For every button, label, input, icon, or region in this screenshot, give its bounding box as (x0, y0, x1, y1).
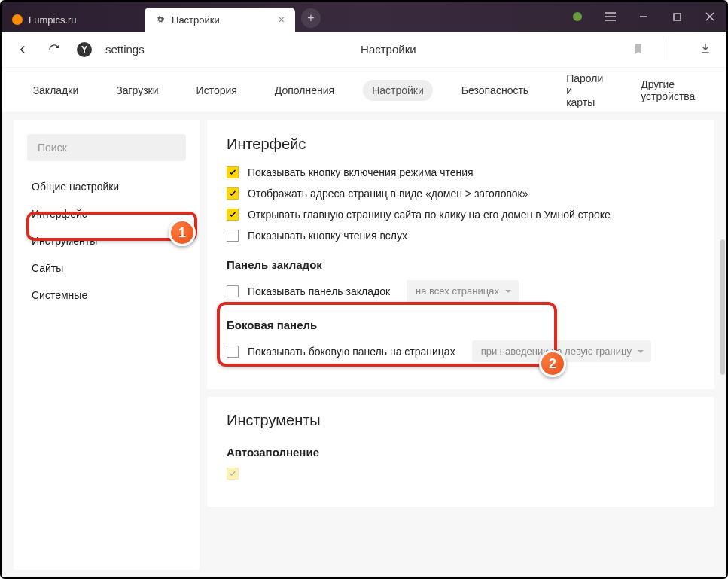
checkbox-icon[interactable] (227, 209, 239, 221)
check-label: Открывать главную страницу сайта по клик… (248, 209, 611, 221)
page-title: Настройки (158, 43, 619, 56)
topnav-security[interactable]: Безопасность (452, 80, 538, 101)
check-label: Отображать адреса страниц в виде «домен … (248, 187, 528, 200)
topnav-devices[interactable]: Другие устройства (632, 74, 704, 107)
titlebar: Lumpics.ru Настройки × + (2, 2, 726, 32)
bookmark-icon[interactable] (632, 42, 647, 57)
new-tab-button[interactable]: + (301, 8, 321, 28)
topnav-settings[interactable]: Настройки (363, 80, 433, 101)
download-icon[interactable] (699, 42, 714, 57)
section-interface: Интерфейс Показывать кнопку включения ре… (207, 120, 714, 389)
divider (666, 39, 666, 60)
topnav-passwords[interactable]: Пароли и карты (557, 68, 612, 113)
settings-panel: Интерфейс Показывать кнопку включения ре… (200, 113, 726, 577)
gear-icon (155, 14, 166, 25)
checkbox-icon[interactable] (227, 346, 239, 358)
bookmarks-dropdown[interactable]: на всех страницах (407, 280, 519, 302)
url-text[interactable]: settings (105, 43, 145, 56)
checkbox-icon[interactable] (227, 468, 239, 480)
sub-bookmarks-panel: Панель закладок (227, 258, 695, 271)
content: Поиск Общие настройки Интерфейс Инструме… (2, 113, 726, 577)
top-nav: Закладки Загрузки История Дополнения Нас… (2, 68, 726, 113)
tab-title: Lumpics.ru (29, 14, 77, 26)
topnav-history[interactable]: История (187, 80, 246, 101)
svg-rect-4 (674, 14, 681, 20)
close-button[interactable] (693, 2, 726, 32)
extension-icon[interactable] (561, 2, 594, 32)
annotation-badge-2: 2 (539, 350, 566, 377)
lumpics-favicon (12, 14, 23, 25)
check-show-sidepanel[interactable]: Показывать боковую панель на страницах п… (227, 340, 695, 362)
yandex-logo-icon[interactable]: Y (77, 42, 92, 57)
check-label: Показывать боковую панель на страницах (248, 346, 455, 358)
check-label: Показывать кнопку включения режима чтени… (248, 166, 474, 178)
maximize-button[interactable] (660, 2, 693, 32)
topnav-addons[interactable]: Дополнения (266, 80, 343, 101)
section-title: Инструменты (227, 412, 695, 429)
check-label: Показывать панель закладок (248, 285, 390, 297)
check-label (248, 468, 251, 480)
sidebar: Поиск Общие настройки Интерфейс Инструме… (14, 120, 200, 570)
addressbar: Y settings Настройки (2, 32, 726, 68)
search-input[interactable]: Поиск (27, 134, 186, 161)
back-button[interactable] (14, 41, 32, 59)
sidebar-item-general[interactable]: Общие настройки (14, 173, 200, 200)
annotation-badge-1: 1 (169, 219, 196, 246)
checkbox-icon[interactable] (227, 230, 239, 242)
check-domain-title[interactable]: Отображать адреса страниц в виде «домен … (227, 187, 695, 200)
check-open-home[interactable]: Открывать главную страницу сайта по клик… (227, 209, 695, 221)
tab-settings[interactable]: Настройки × (145, 8, 295, 32)
sub-side-panel: Боковая панель (227, 318, 695, 331)
tab-lumpics[interactable]: Lumpics.ru (2, 8, 145, 32)
checkbox-icon[interactable] (227, 285, 239, 297)
checkbox-icon[interactable] (227, 166, 239, 178)
topnav-downloads[interactable]: Загрузки (107, 80, 167, 101)
section-tools: Инструменты Автозаполнение (207, 397, 714, 507)
check-label: Показывать кнопку чтения вслух (248, 230, 407, 242)
sub-autofill: Автозаполнение (227, 446, 695, 459)
topnav-bookmarks[interactable]: Закладки (24, 80, 88, 101)
checkbox-icon[interactable] (227, 187, 239, 200)
section-title: Интерфейс (227, 136, 695, 153)
check-read-aloud[interactable]: Показывать кнопку чтения вслух (227, 230, 695, 242)
close-icon[interactable]: × (279, 14, 285, 26)
check-autofill-partial[interactable] (227, 468, 695, 480)
sidebar-item-system[interactable]: Системные (14, 282, 200, 309)
sidebar-item-sites[interactable]: Сайты (14, 254, 200, 282)
menu-icon[interactable] (594, 2, 627, 32)
tab-title: Настройки (172, 14, 220, 26)
minimize-button[interactable] (627, 2, 660, 32)
check-reading-mode[interactable]: Показывать кнопку включения режима чтени… (227, 166, 695, 178)
check-show-bookmarks[interactable]: Показывать панель закладок на всех стран… (227, 280, 695, 302)
reload-button[interactable] (45, 41, 63, 59)
scrollbar-thumb[interactable] (720, 239, 725, 375)
